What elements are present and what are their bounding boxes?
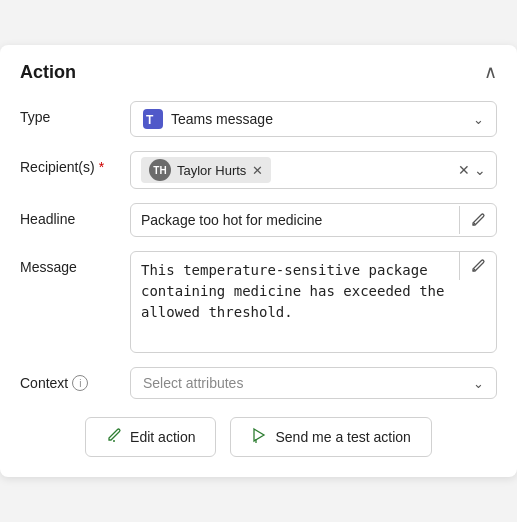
message-textarea[interactable]: This temperature-sensitive package conta… xyxy=(131,252,459,352)
context-label: Context i xyxy=(20,367,130,391)
context-dropdown-left: Select attributes xyxy=(143,375,243,391)
recipient-avatar: TH xyxy=(149,159,171,181)
recipient-chevron-button[interactable]: ⌄ xyxy=(474,162,486,178)
footer-buttons: Edit action Send me a test action xyxy=(20,417,497,457)
message-control: This temperature-sensitive package conta… xyxy=(130,251,497,353)
recipient-control: TH Taylor Hurts ✕ ✕ ⌄ xyxy=(130,151,497,189)
type-value: Teams message xyxy=(171,111,273,127)
svg-text:T: T xyxy=(146,113,154,127)
recipient-remove-icon[interactable]: ✕ xyxy=(252,163,263,178)
teams-icon: T xyxy=(143,109,163,129)
action-card: Action ∧ Type T Teams message ⌄ Recipien… xyxy=(0,45,517,477)
collapse-icon[interactable]: ∧ xyxy=(484,61,497,83)
recipient-field[interactable]: TH Taylor Hurts ✕ ✕ ⌄ xyxy=(130,151,497,189)
required-indicator: * xyxy=(99,159,104,175)
type-row: Type T Teams message ⌄ xyxy=(20,101,497,137)
recipient-actions: ✕ ⌄ xyxy=(458,162,486,178)
context-placeholder: Select attributes xyxy=(143,375,243,391)
card-title: Action xyxy=(20,62,76,83)
type-chevron-icon: ⌄ xyxy=(473,112,484,127)
message-edit-icon[interactable] xyxy=(459,252,496,280)
message-label: Message xyxy=(20,251,130,275)
headline-input[interactable] xyxy=(131,204,459,236)
headline-label: Headline xyxy=(20,203,130,227)
recipient-tag: TH Taylor Hurts ✕ xyxy=(141,157,271,183)
context-chevron-icon: ⌄ xyxy=(473,376,484,391)
message-textarea-wrapper: This temperature-sensitive package conta… xyxy=(130,251,497,353)
test-action-label: Send me a test action xyxy=(275,429,410,445)
test-action-icon xyxy=(251,427,267,447)
headline-row: Headline xyxy=(20,203,497,237)
edit-action-label: Edit action xyxy=(130,429,195,445)
message-row: Message This temperature-sensitive packa… xyxy=(20,251,497,353)
recipient-clear-button[interactable]: ✕ xyxy=(458,162,470,178)
context-row: Context i Select attributes ⌄ xyxy=(20,367,497,399)
type-control: T Teams message ⌄ xyxy=(130,101,497,137)
svg-point-2 xyxy=(113,440,115,442)
recipient-label: Recipient(s) * xyxy=(20,151,130,175)
recipient-row: Recipient(s) * TH Taylor Hurts ✕ ✕ ⌄ xyxy=(20,151,497,189)
context-dropdown[interactable]: Select attributes ⌄ xyxy=(130,367,497,399)
type-dropdown-left: T Teams message xyxy=(143,109,273,129)
headline-control xyxy=(130,203,497,237)
headline-edit-icon[interactable] xyxy=(459,206,496,234)
edit-action-icon xyxy=(106,427,122,447)
edit-action-button[interactable]: Edit action xyxy=(85,417,216,457)
type-dropdown[interactable]: T Teams message ⌄ xyxy=(130,101,497,137)
headline-input-wrapper xyxy=(130,203,497,237)
context-info-icon: i xyxy=(72,375,88,391)
card-header: Action ∧ xyxy=(20,61,497,83)
recipient-name: Taylor Hurts xyxy=(177,163,246,178)
test-action-button[interactable]: Send me a test action xyxy=(230,417,431,457)
type-label: Type xyxy=(20,101,130,125)
context-control: Select attributes ⌄ xyxy=(130,367,497,399)
